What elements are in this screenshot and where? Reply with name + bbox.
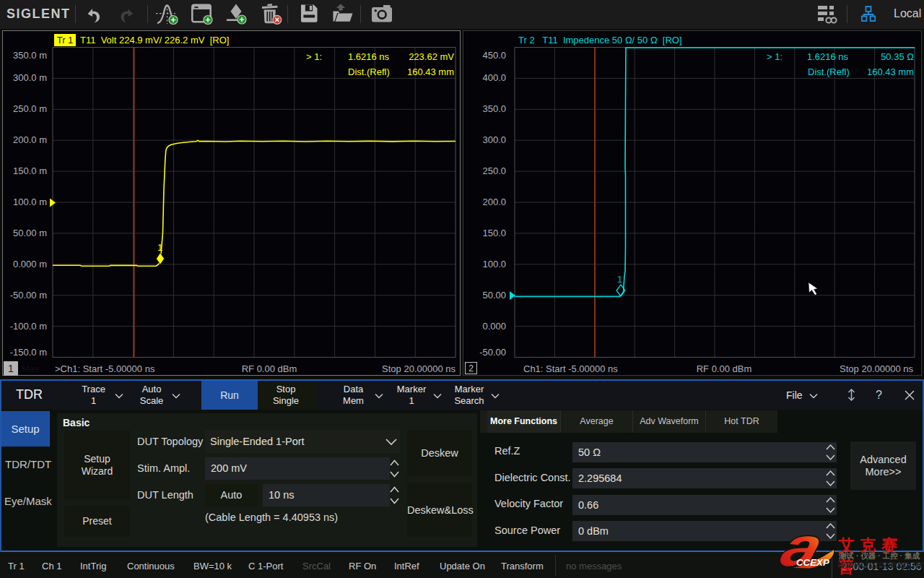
svg-text:1: 1 (617, 274, 622, 285)
svg-text:1: 1 (157, 242, 162, 253)
